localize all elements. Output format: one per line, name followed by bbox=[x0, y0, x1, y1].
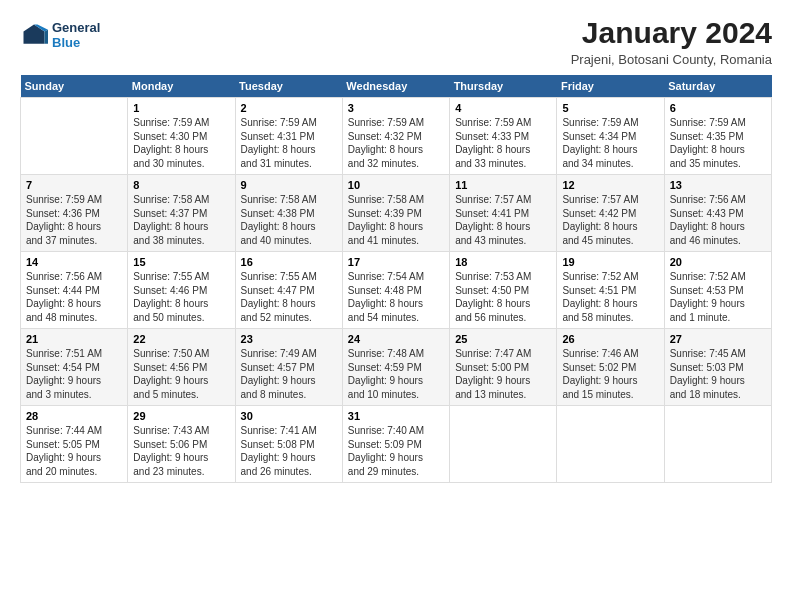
day-number: 14 bbox=[26, 256, 122, 268]
day-info: Sunrise: 7:59 AM Sunset: 4:30 PM Dayligh… bbox=[133, 116, 229, 170]
calendar-cell: 5Sunrise: 7:59 AM Sunset: 4:34 PM Daylig… bbox=[557, 98, 664, 175]
calendar-cell: 15Sunrise: 7:55 AM Sunset: 4:46 PM Dayli… bbox=[128, 252, 235, 329]
day-info: Sunrise: 7:57 AM Sunset: 4:41 PM Dayligh… bbox=[455, 193, 551, 247]
day-number: 3 bbox=[348, 102, 444, 114]
day-number: 7 bbox=[26, 179, 122, 191]
day-info: Sunrise: 7:46 AM Sunset: 5:02 PM Dayligh… bbox=[562, 347, 658, 401]
day-number: 31 bbox=[348, 410, 444, 422]
day-info: Sunrise: 7:54 AM Sunset: 4:48 PM Dayligh… bbox=[348, 270, 444, 324]
calendar-cell: 4Sunrise: 7:59 AM Sunset: 4:33 PM Daylig… bbox=[450, 98, 557, 175]
calendar-cell: 30Sunrise: 7:41 AM Sunset: 5:08 PM Dayli… bbox=[235, 406, 342, 483]
calendar-cell: 18Sunrise: 7:53 AM Sunset: 4:50 PM Dayli… bbox=[450, 252, 557, 329]
day-number: 15 bbox=[133, 256, 229, 268]
logo-icon bbox=[20, 21, 48, 49]
day-number: 2 bbox=[241, 102, 337, 114]
day-info: Sunrise: 7:52 AM Sunset: 4:51 PM Dayligh… bbox=[562, 270, 658, 324]
main-title: January 2024 bbox=[571, 16, 772, 50]
calendar-cell: 29Sunrise: 7:43 AM Sunset: 5:06 PM Dayli… bbox=[128, 406, 235, 483]
day-info: Sunrise: 7:59 AM Sunset: 4:33 PM Dayligh… bbox=[455, 116, 551, 170]
logo: General Blue bbox=[20, 20, 100, 50]
day-number: 16 bbox=[241, 256, 337, 268]
day-number: 1 bbox=[133, 102, 229, 114]
svg-marker-2 bbox=[45, 30, 49, 44]
calendar-cell: 7Sunrise: 7:59 AM Sunset: 4:36 PM Daylig… bbox=[21, 175, 128, 252]
calendar-cell: 11Sunrise: 7:57 AM Sunset: 4:41 PM Dayli… bbox=[450, 175, 557, 252]
day-info: Sunrise: 7:59 AM Sunset: 4:35 PM Dayligh… bbox=[670, 116, 766, 170]
day-info: Sunrise: 7:44 AM Sunset: 5:05 PM Dayligh… bbox=[26, 424, 122, 478]
calendar-table: SundayMondayTuesdayWednesdayThursdayFrid… bbox=[20, 75, 772, 483]
day-number: 9 bbox=[241, 179, 337, 191]
calendar-cell: 27Sunrise: 7:45 AM Sunset: 5:03 PM Dayli… bbox=[664, 329, 771, 406]
day-info: Sunrise: 7:49 AM Sunset: 4:57 PM Dayligh… bbox=[241, 347, 337, 401]
day-info: Sunrise: 7:58 AM Sunset: 4:38 PM Dayligh… bbox=[241, 193, 337, 247]
day-info: Sunrise: 7:56 AM Sunset: 4:43 PM Dayligh… bbox=[670, 193, 766, 247]
day-info: Sunrise: 7:53 AM Sunset: 4:50 PM Dayligh… bbox=[455, 270, 551, 324]
calendar-cell: 9Sunrise: 7:58 AM Sunset: 4:38 PM Daylig… bbox=[235, 175, 342, 252]
day-info: Sunrise: 7:43 AM Sunset: 5:06 PM Dayligh… bbox=[133, 424, 229, 478]
subtitle: Prajeni, Botosani County, Romania bbox=[571, 52, 772, 67]
day-number: 13 bbox=[670, 179, 766, 191]
day-number: 23 bbox=[241, 333, 337, 345]
calendar-cell: 31Sunrise: 7:40 AM Sunset: 5:09 PM Dayli… bbox=[342, 406, 449, 483]
day-info: Sunrise: 7:56 AM Sunset: 4:44 PM Dayligh… bbox=[26, 270, 122, 324]
page: General Blue January 2024 Prajeni, Botos… bbox=[0, 0, 792, 612]
calendar-cell: 1Sunrise: 7:59 AM Sunset: 4:30 PM Daylig… bbox=[128, 98, 235, 175]
calendar-cell: 2Sunrise: 7:59 AM Sunset: 4:31 PM Daylig… bbox=[235, 98, 342, 175]
day-info: Sunrise: 7:48 AM Sunset: 4:59 PM Dayligh… bbox=[348, 347, 444, 401]
column-header-thursday: Thursday bbox=[450, 75, 557, 98]
day-number: 22 bbox=[133, 333, 229, 345]
calendar-cell: 19Sunrise: 7:52 AM Sunset: 4:51 PM Dayli… bbox=[557, 252, 664, 329]
calendar-cell: 23Sunrise: 7:49 AM Sunset: 4:57 PM Dayli… bbox=[235, 329, 342, 406]
day-info: Sunrise: 7:59 AM Sunset: 4:36 PM Dayligh… bbox=[26, 193, 122, 247]
calendar-cell: 21Sunrise: 7:51 AM Sunset: 4:54 PM Dayli… bbox=[21, 329, 128, 406]
day-number: 30 bbox=[241, 410, 337, 422]
calendar-body: 1Sunrise: 7:59 AM Sunset: 4:30 PM Daylig… bbox=[21, 98, 772, 483]
day-number: 28 bbox=[26, 410, 122, 422]
calendar-week-2: 7Sunrise: 7:59 AM Sunset: 4:36 PM Daylig… bbox=[21, 175, 772, 252]
day-number: 11 bbox=[455, 179, 551, 191]
day-number: 4 bbox=[455, 102, 551, 114]
day-number: 27 bbox=[670, 333, 766, 345]
day-number: 17 bbox=[348, 256, 444, 268]
calendar-cell: 10Sunrise: 7:58 AM Sunset: 4:39 PM Dayli… bbox=[342, 175, 449, 252]
calendar-cell: 8Sunrise: 7:58 AM Sunset: 4:37 PM Daylig… bbox=[128, 175, 235, 252]
day-number: 5 bbox=[562, 102, 658, 114]
calendar-cell: 3Sunrise: 7:59 AM Sunset: 4:32 PM Daylig… bbox=[342, 98, 449, 175]
day-info: Sunrise: 7:59 AM Sunset: 4:31 PM Dayligh… bbox=[241, 116, 337, 170]
calendar-cell: 14Sunrise: 7:56 AM Sunset: 4:44 PM Dayli… bbox=[21, 252, 128, 329]
day-number: 19 bbox=[562, 256, 658, 268]
calendar-cell: 6Sunrise: 7:59 AM Sunset: 4:35 PM Daylig… bbox=[664, 98, 771, 175]
day-info: Sunrise: 7:40 AM Sunset: 5:09 PM Dayligh… bbox=[348, 424, 444, 478]
column-header-sunday: Sunday bbox=[21, 75, 128, 98]
day-number: 18 bbox=[455, 256, 551, 268]
calendar-header-row: SundayMondayTuesdayWednesdayThursdayFrid… bbox=[21, 75, 772, 98]
title-block: January 2024 Prajeni, Botosani County, R… bbox=[571, 16, 772, 67]
day-number: 8 bbox=[133, 179, 229, 191]
column-header-tuesday: Tuesday bbox=[235, 75, 342, 98]
day-info: Sunrise: 7:47 AM Sunset: 5:00 PM Dayligh… bbox=[455, 347, 551, 401]
column-header-friday: Friday bbox=[557, 75, 664, 98]
calendar-cell: 22Sunrise: 7:50 AM Sunset: 4:56 PM Dayli… bbox=[128, 329, 235, 406]
day-info: Sunrise: 7:58 AM Sunset: 4:37 PM Dayligh… bbox=[133, 193, 229, 247]
day-number: 20 bbox=[670, 256, 766, 268]
day-number: 26 bbox=[562, 333, 658, 345]
logo-text: General Blue bbox=[52, 20, 100, 50]
day-info: Sunrise: 7:58 AM Sunset: 4:39 PM Dayligh… bbox=[348, 193, 444, 247]
calendar-week-5: 28Sunrise: 7:44 AM Sunset: 5:05 PM Dayli… bbox=[21, 406, 772, 483]
day-info: Sunrise: 7:50 AM Sunset: 4:56 PM Dayligh… bbox=[133, 347, 229, 401]
day-number: 25 bbox=[455, 333, 551, 345]
calendar-week-4: 21Sunrise: 7:51 AM Sunset: 4:54 PM Dayli… bbox=[21, 329, 772, 406]
calendar-week-3: 14Sunrise: 7:56 AM Sunset: 4:44 PM Dayli… bbox=[21, 252, 772, 329]
calendar-cell: 28Sunrise: 7:44 AM Sunset: 5:05 PM Dayli… bbox=[21, 406, 128, 483]
calendar-cell: 16Sunrise: 7:55 AM Sunset: 4:47 PM Dayli… bbox=[235, 252, 342, 329]
day-info: Sunrise: 7:52 AM Sunset: 4:53 PM Dayligh… bbox=[670, 270, 766, 324]
calendar-cell: 24Sunrise: 7:48 AM Sunset: 4:59 PM Dayli… bbox=[342, 329, 449, 406]
day-number: 21 bbox=[26, 333, 122, 345]
column-header-wednesday: Wednesday bbox=[342, 75, 449, 98]
day-info: Sunrise: 7:41 AM Sunset: 5:08 PM Dayligh… bbox=[241, 424, 337, 478]
calendar-cell: 13Sunrise: 7:56 AM Sunset: 4:43 PM Dayli… bbox=[664, 175, 771, 252]
calendar-cell: 26Sunrise: 7:46 AM Sunset: 5:02 PM Dayli… bbox=[557, 329, 664, 406]
calendar-cell bbox=[21, 98, 128, 175]
day-info: Sunrise: 7:59 AM Sunset: 4:32 PM Dayligh… bbox=[348, 116, 444, 170]
column-header-monday: Monday bbox=[128, 75, 235, 98]
